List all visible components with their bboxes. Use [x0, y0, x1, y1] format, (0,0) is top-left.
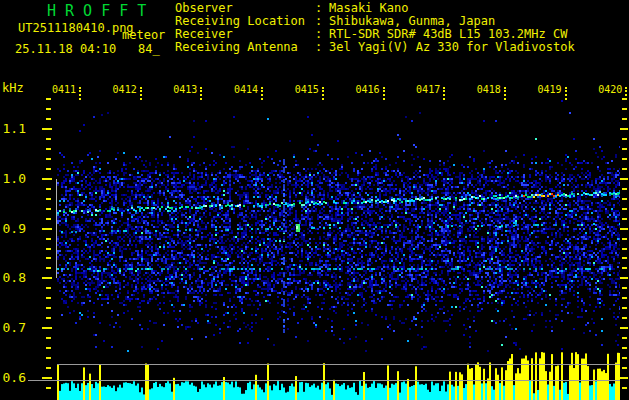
freq-tick-major — [42, 178, 52, 180]
freq-tick-minor — [46, 337, 51, 339]
header-field-separator: : — [315, 41, 329, 54]
capture-datetime: 25.11.18 04:10 — [15, 42, 116, 56]
right-axis-tick — [620, 377, 628, 379]
right-axis-tick — [622, 357, 627, 359]
freq-tick-minor — [46, 257, 51, 259]
freq-tick-minor — [46, 287, 51, 289]
station-info-block: Observer:Masaki KanoReceiving Location:S… — [175, 2, 575, 54]
right-axis-tick — [622, 118, 627, 120]
right-axis-tick — [622, 168, 627, 170]
right-axis-tick — [620, 178, 628, 180]
freq-tick-minor — [46, 198, 51, 200]
right-axis-tick — [622, 148, 627, 150]
freq-tick-minor — [46, 168, 51, 170]
freq-tick-major — [42, 128, 52, 130]
time-axis-tick — [504, 87, 506, 100]
freq-tick-major — [42, 377, 52, 379]
freq-tick-minor — [46, 317, 51, 319]
right-axis-tick — [622, 347, 627, 349]
freq-tick-minor — [46, 108, 51, 110]
time-axis-tick — [383, 87, 385, 100]
app-title: H R O F F T — [47, 2, 146, 20]
time-axis-label: 0419 — [532, 84, 562, 95]
right-axis-tick — [622, 387, 627, 389]
time-axis-label: 0416 — [350, 84, 380, 95]
right-axis-tick — [622, 158, 627, 160]
freq-axis-label: 1.1 — [0, 121, 26, 136]
time-axis-tick — [79, 87, 81, 100]
freq-tick-minor — [46, 387, 51, 389]
time-axis-label: 0417 — [410, 84, 440, 95]
freq-axis-label: 1.0 — [0, 171, 26, 186]
right-axis-tick — [622, 257, 627, 259]
right-axis-tick — [622, 287, 627, 289]
time-axis-tick — [322, 87, 324, 100]
right-axis-tick — [620, 327, 628, 329]
freq-tick-minor — [46, 118, 51, 120]
right-axis-tick — [622, 188, 627, 190]
meter-line-upper — [57, 364, 620, 365]
right-axis-tick — [622, 297, 627, 299]
freq-tick-minor — [46, 158, 51, 160]
right-axis-tick — [622, 108, 627, 110]
freq-tick-minor — [46, 218, 51, 220]
right-axis-tick — [622, 208, 627, 210]
freq-tick-major — [42, 228, 52, 230]
mode-label: meteor — [122, 28, 165, 42]
freq-tick-minor — [46, 238, 51, 240]
freq-tick-minor — [46, 347, 51, 349]
right-axis-tick — [622, 218, 627, 220]
time-axis-label: 0420 — [592, 84, 622, 95]
right-axis-tick — [620, 277, 628, 279]
freq-axis-label: 0.6 — [0, 370, 26, 385]
freq-axis-label: 0.9 — [0, 221, 26, 236]
freq-axis-label: 0.8 — [0, 270, 26, 285]
right-axis-tick — [620, 128, 628, 130]
hrofft-screen: H R O F F T UT2511180410.png meteor 25.1… — [0, 0, 629, 400]
freq-tick-minor — [46, 367, 51, 369]
right-axis-tick — [622, 317, 627, 319]
freq-tick-minor — [46, 357, 51, 359]
freq-axis-label: 0.7 — [0, 320, 26, 335]
right-axis-tick — [622, 367, 627, 369]
freq-tick-minor — [46, 297, 51, 299]
header-field-label: Receiving Antenna — [175, 41, 315, 54]
right-axis-tick — [622, 98, 627, 100]
time-axis-label: 0415 — [289, 84, 319, 95]
right-axis-tick — [622, 198, 627, 200]
right-axis-tick — [622, 248, 627, 250]
time-axis-tick — [200, 87, 202, 100]
time-axis-tick — [261, 87, 263, 100]
plot-left-edge-line — [56, 179, 57, 278]
freq-tick-minor — [46, 138, 51, 140]
freq-tick-minor — [46, 148, 51, 150]
freq-unit-label: kHz — [2, 81, 24, 95]
freq-tick-major — [42, 277, 52, 279]
time-axis-label: 0414 — [228, 84, 258, 95]
freq-tick-major — [42, 327, 52, 329]
freq-tick-minor — [46, 188, 51, 190]
meter-line-lower — [28, 380, 620, 381]
time-axis-label: 0418 — [471, 84, 501, 95]
right-axis-tick — [622, 138, 627, 140]
right-axis-tick — [620, 228, 628, 230]
header-field-row: Receiving Antenna:3el Yagi(V) Az 330 for… — [175, 41, 575, 54]
freq-tick-minor — [46, 267, 51, 269]
time-axis-tick — [565, 87, 567, 100]
freq-tick-minor — [46, 248, 51, 250]
second-counter: 84_ — [138, 42, 160, 56]
time-axis-label: 0411 — [46, 84, 76, 95]
right-axis-tick — [622, 337, 627, 339]
right-axis-tick — [622, 238, 627, 240]
spectrogram-canvas — [57, 100, 620, 400]
capture-filename: UT2511180410.png — [18, 21, 134, 35]
time-axis-tick — [443, 87, 445, 100]
right-axis-tick — [622, 267, 627, 269]
time-axis-tick — [140, 87, 142, 100]
freq-tick-minor — [46, 208, 51, 210]
time-axis-label: 0412 — [107, 84, 137, 95]
right-axis-tick — [622, 307, 627, 309]
freq-tick-minor — [46, 98, 51, 100]
freq-tick-minor — [46, 307, 51, 309]
time-axis-label: 0413 — [167, 84, 197, 95]
